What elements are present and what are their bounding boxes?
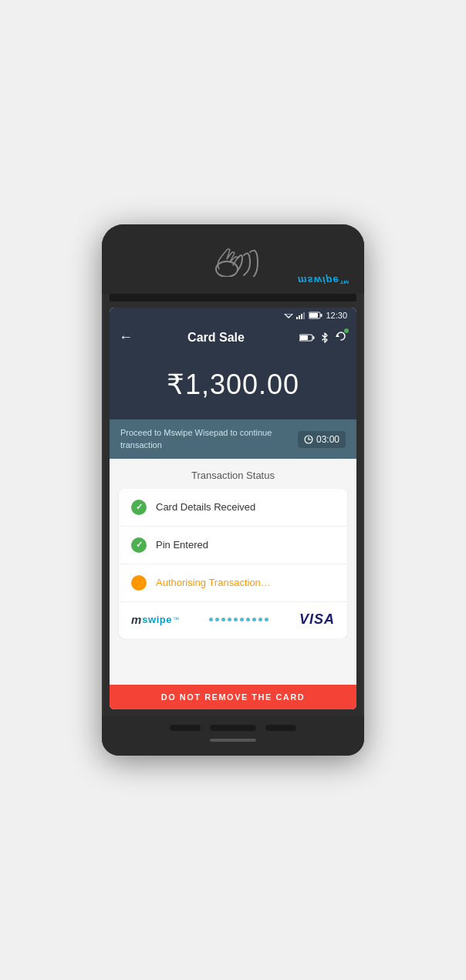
status-label-card: Card Details Received	[156, 501, 255, 513]
status-bar: 12:30	[110, 308, 356, 323]
device-btn-left[interactable]	[170, 725, 201, 731]
svg-rect-12	[300, 335, 308, 340]
status-item-card-details: Card Details Received	[119, 489, 347, 527]
mswipe-m: m	[131, 613, 141, 626]
svg-rect-5	[301, 314, 302, 319]
amount-area: ₹1,300.00	[110, 355, 356, 419]
instruction-banner: Proceed to Mswipe Wisepad to continue tr…	[110, 419, 356, 459]
visa-logo: VISA	[299, 611, 335, 628]
header-title: Card Sale	[139, 331, 293, 345]
header-battery-icon	[299, 333, 315, 342]
sync-icon-wrapper	[335, 330, 347, 345]
svg-rect-4	[299, 315, 300, 319]
svg-rect-9	[309, 313, 318, 318]
device-bottom	[102, 716, 364, 756]
home-indicator	[210, 739, 256, 742]
card-warning-banner: DO NOT REMOVE THE CARD	[110, 685, 356, 709]
svg-rect-8	[321, 314, 322, 317]
check-icon-pin	[131, 537, 147, 553]
status-label-authorising: Authorising Transaction…	[156, 577, 271, 588]
svg-rect-11	[313, 336, 315, 339]
back-button[interactable]: ←	[119, 329, 133, 345]
status-item-pin: Pin Entered	[119, 527, 347, 564]
dot-icon-authorising	[131, 575, 147, 591]
content-area: Transaction Status Card Details Received…	[110, 459, 356, 685]
card-slot	[110, 294, 356, 301]
screen: 12:30 ← Card Sale	[110, 308, 356, 709]
svg-rect-3	[296, 317, 298, 319]
clock-icon	[304, 435, 313, 444]
device-buttons	[110, 725, 356, 731]
check-icon-card	[131, 500, 147, 515]
battery-icon	[309, 312, 322, 319]
device-btn-right[interactable]	[265, 725, 296, 731]
mswipe-logo: m swipe ™	[131, 613, 179, 626]
status-label-pin: Pin Entered	[156, 539, 208, 551]
section-title: Transaction Status	[110, 470, 356, 481]
status-item-authorising: Authorising Transaction…	[119, 564, 347, 602]
bluetooth-icon	[321, 332, 329, 343]
pos-device: mswipe™	[102, 224, 364, 756]
status-icons: 12:30	[284, 311, 347, 320]
svg-rect-6	[303, 312, 305, 319]
banner-text: Proceed to Mswipe Wisepad to continue tr…	[120, 427, 298, 451]
mswipe-text: swipe	[142, 614, 172, 625]
brand-label: mswipe™	[298, 274, 350, 286]
amount-value: ₹1,300.00	[119, 369, 347, 401]
device-top: mswipe™	[102, 224, 364, 294]
header-icons	[299, 330, 347, 345]
signal-icon	[296, 312, 306, 319]
mswipe-tm: ™	[173, 616, 179, 623]
timer-badge: 03:00	[298, 431, 346, 448]
dots-separator	[209, 618, 268, 621]
screen-bezel: 12:30 ← Card Sale	[110, 308, 356, 709]
brand-processing-row: m swipe ™	[119, 602, 347, 638]
wifi-icon	[284, 312, 293, 319]
app-header: ← Card Sale	[110, 323, 356, 355]
nfc-logo-icon	[202, 238, 264, 277]
status-time: 12:30	[326, 311, 347, 320]
transaction-status-list: Card Details Received Pin Entered Author…	[119, 489, 347, 638]
timer-value: 03:00	[316, 434, 339, 445]
spacer	[110, 638, 356, 685]
device-btn-center[interactable]	[210, 725, 256, 731]
